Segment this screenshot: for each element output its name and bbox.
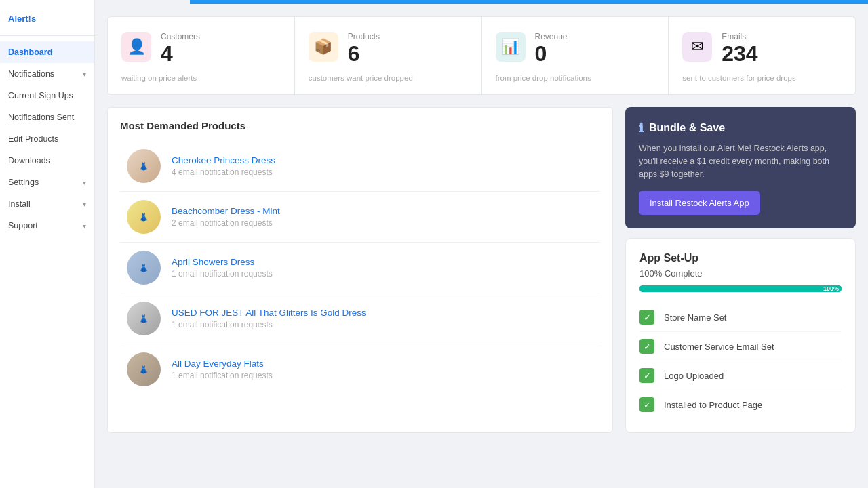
sidebar: Alert!s DashboardNotifications▾Current S… <box>0 0 95 488</box>
sidebar-item-current-signups[interactable]: Current Sign Ups <box>0 85 94 106</box>
product-requests-p3: 1 email notification requests <box>172 269 593 279</box>
product-item-p3[interactable]: 👗 April Showers Dress 1 email notificati… <box>120 243 600 293</box>
sidebar-item-notifications[interactable]: Notifications▾ <box>0 63 94 85</box>
stat-card-customers: 👤 Customers 4 waiting on price alerts <box>108 17 295 94</box>
product-name-p4[interactable]: USED FOR JEST All That Glitters Is Gold … <box>172 308 593 318</box>
stat-label-emails: Emails <box>722 32 757 41</box>
sidebar-label: Install <box>8 199 31 209</box>
bundle-title: ℹ Bundle & Save <box>639 121 842 136</box>
stat-top: 📦 Products 6 <box>309 32 468 64</box>
product-name-p2[interactable]: Beachcomber Dress - Mint <box>172 206 593 216</box>
product-name-p1[interactable]: Cherokee Princess Dress <box>172 155 593 165</box>
bundle-card: ℹ Bundle & Save When you install our Ale… <box>625 107 856 228</box>
top-bar <box>190 0 868 4</box>
stat-top: 👤 Customers 4 <box>121 32 281 64</box>
stat-number-label: Emails 234 <box>722 32 757 64</box>
product-name-p5[interactable]: All Day Everyday Flats <box>172 359 593 369</box>
stat-number-customers: 4 <box>161 43 200 64</box>
stat-top: ✉ Emails 234 <box>682 32 842 64</box>
stat-label-products: Products <box>348 32 380 41</box>
sidebar-item-downloads[interactable]: Downloads <box>0 150 94 171</box>
stat-sub-emails: sent to customers for price drops <box>682 74 842 82</box>
chevron-icon: ▾ <box>83 179 86 186</box>
stat-label-revenue: Revenue <box>535 32 568 41</box>
sidebar-item-settings[interactable]: Settings▾ <box>0 171 94 193</box>
product-image-p4: 👗 <box>127 302 161 336</box>
setup-percent: 100% Complete <box>639 268 842 279</box>
stat-label-customers: Customers <box>161 32 200 41</box>
stat-icon-emails: ✉ <box>682 32 712 62</box>
product-info-p3: April Showers Dress 1 email notification… <box>172 257 593 279</box>
logo-text: Alert!s <box>8 14 36 24</box>
product-info-p4: USED FOR JEST All That Glitters Is Gold … <box>172 308 593 329</box>
check-icon-product-page: ✓ <box>639 397 654 412</box>
product-item-p5[interactable]: 👗 All Day Everyday Flats 1 email notific… <box>120 344 600 394</box>
sidebar-label: Edit Products <box>8 134 58 144</box>
chevron-icon: ▾ <box>83 70 86 78</box>
chevron-icon: ▾ <box>83 201 86 208</box>
sidebar-label: Notifications <box>8 69 54 79</box>
setup-item-label-product-page: Installed to Product Page <box>664 400 762 410</box>
product-info-p1: Cherokee Princess Dress 4 email notifica… <box>172 155 593 177</box>
sidebar-logo: Alert!s <box>0 7 94 36</box>
product-item-p2[interactable]: 👗 Beachcomber Dress - Mint 2 email notif… <box>120 192 600 243</box>
product-requests-p4: 1 email notification requests <box>172 320 593 329</box>
main-content: 👤 Customers 4 waiting on price alerts 📦 … <box>95 0 868 488</box>
product-image-p2: 👗 <box>127 200 161 234</box>
sidebar-item-notifications-sent[interactable]: Notifications Sent <box>0 106 94 128</box>
stat-icon-customers: 👤 <box>121 32 151 62</box>
product-item-p1[interactable]: 👗 Cherokee Princess Dress 4 email notifi… <box>120 141 600 192</box>
setup-card: App Set-Up 100% Complete 100% ✓ Store Na… <box>625 238 856 433</box>
stat-sub-revenue: from price drop notifications <box>496 74 655 82</box>
product-image-p3: 👗 <box>127 251 161 285</box>
progress-bar-fill: 100% <box>639 285 842 292</box>
stat-icon-products: 📦 <box>309 32 338 62</box>
setup-item-label-store-name: Store Name Set <box>664 312 727 323</box>
setup-title: App Set-Up <box>639 252 842 264</box>
stat-number-label: Customers 4 <box>161 32 200 64</box>
product-info-p2: Beachcomber Dress - Mint 2 email notific… <box>172 206 593 228</box>
setup-item-product-page: ✓ Installed to Product Page <box>639 390 842 419</box>
stat-number-revenue: 0 <box>535 43 568 64</box>
sidebar-item-install[interactable]: Install▾ <box>0 193 94 215</box>
sidebar-label: Support <box>8 221 38 230</box>
sidebar-label: Downloads <box>8 156 50 165</box>
stat-card-emails: ✉ Emails 234 sent to customers for price… <box>669 17 855 94</box>
stat-sub-customers: waiting on price alerts <box>121 74 281 82</box>
sidebar-item-support[interactable]: Support▾ <box>0 215 94 237</box>
stat-number-emails: 234 <box>722 43 757 64</box>
stat-sub-products: customers want price dropped <box>309 74 468 82</box>
bundle-title-text: Bundle & Save <box>649 122 725 134</box>
check-icon-store-name: ✓ <box>639 310 654 325</box>
product-requests-p5: 1 email notification requests <box>172 371 593 380</box>
product-item-p4[interactable]: 👗 USED FOR JEST All That Glitters Is Gol… <box>120 293 600 344</box>
sidebar-label: Settings <box>8 178 39 187</box>
sidebar-label: Current Sign Ups <box>8 91 73 100</box>
progress-label: 100% <box>823 285 839 292</box>
info-icon: ℹ <box>639 121 644 136</box>
sidebar-item-edit-products[interactable]: Edit Products <box>0 128 94 150</box>
product-image-p1: 👗 <box>127 149 161 183</box>
stat-icon-revenue: 📊 <box>496 32 526 62</box>
setup-item-store-name: ✓ Store Name Set <box>639 303 842 332</box>
check-icon-logo: ✓ <box>639 368 654 383</box>
chevron-icon: ▾ <box>83 222 86 230</box>
right-panel: ℹ Bundle & Save When you install our Ale… <box>625 107 856 433</box>
stat-number-products: 6 <box>348 43 380 64</box>
setup-items: ✓ Store Name Set ✓ Customer Service Emai… <box>639 303 842 419</box>
check-icon-customer-email: ✓ <box>639 339 654 354</box>
stat-card-products: 📦 Products 6 customers want price droppe… <box>295 17 482 94</box>
sidebar-item-dashboard[interactable]: Dashboard <box>0 41 94 63</box>
products-list: 👗 Cherokee Princess Dress 4 email notifi… <box>120 141 600 394</box>
stat-top: 📊 Revenue 0 <box>496 32 655 64</box>
sidebar-label: Notifications Sent <box>8 113 74 122</box>
stat-number-label: Revenue 0 <box>535 32 568 64</box>
stat-card-revenue: 📊 Revenue 0 from price drop notification… <box>482 17 669 94</box>
setup-item-label-logo: Logo Uploaded <box>664 371 724 381</box>
product-image-p5: 👗 <box>127 352 161 386</box>
content-row: Most Demanded Products 👗 Cherokee Prince… <box>107 107 856 433</box>
stat-number-label: Products 6 <box>348 32 380 64</box>
product-name-p3[interactable]: April Showers Dress <box>172 257 593 267</box>
install-restock-btn[interactable]: Install Restock Alerts App <box>639 191 760 215</box>
products-panel-title: Most Demanded Products <box>120 120 600 131</box>
